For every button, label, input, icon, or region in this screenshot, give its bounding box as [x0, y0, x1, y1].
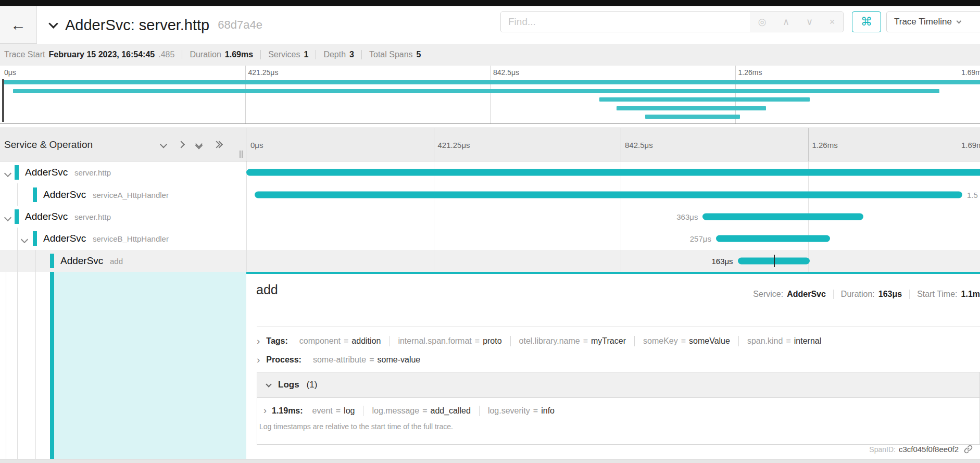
kv-separator	[389, 336, 390, 346]
locate-icon[interactable]: ◎	[758, 16, 767, 28]
minimap-gridline	[490, 66, 491, 123]
back-arrow-icon: ←	[10, 17, 26, 33]
trace-meta-item: Trace StartFebruary 15 2023, 16:54:45.48…	[4, 50, 174, 59]
kv-value: someValue	[689, 336, 730, 345]
span-row[interactable]: AdderSvcserviceB_HttpHandler257μs	[0, 228, 980, 249]
timeline-tick-line	[434, 128, 434, 161]
service-operation-label: Service & Operation	[4, 139, 93, 151]
key-value-pair: log.message=add_called	[372, 406, 470, 416]
detail-meta-item: Duration:163μs	[841, 290, 902, 299]
tags-title: Tags:	[266, 336, 287, 346]
back-button[interactable]: ←	[0, 6, 37, 44]
span-duration-bar[interactable]	[702, 213, 863, 220]
operation-name: server.http	[74, 212, 111, 221]
logs-note: Log timestamps are relative to the start…	[257, 416, 979, 431]
deep-link-icon[interactable]	[964, 445, 973, 454]
operation-name: server.http	[74, 168, 111, 177]
log-entry-row[interactable]: › 1.19ms: event=loglog.message=add_calle…	[257, 398, 979, 416]
detail-meta-item: Start Time:1.1m	[917, 290, 980, 299]
tags-accordion[interactable]: › Tags: component=additioninternal.span.…	[257, 335, 980, 347]
kv-separator	[479, 406, 480, 416]
indent-guide	[17, 250, 18, 272]
clear-search-icon[interactable]: ×	[830, 17, 835, 28]
kv-key: log.message	[372, 406, 419, 415]
collapse-children-chevron-icon[interactable]	[5, 169, 10, 178]
kv-separator	[510, 336, 511, 346]
trace-meta-item: Depth3	[323, 50, 354, 59]
collapse-trace-chevron-icon[interactable]	[48, 19, 58, 28]
span-duration-bar[interactable]	[716, 235, 830, 242]
kv-key: event	[312, 406, 333, 415]
logs-accordion-header[interactable]: Logs (1)	[257, 372, 979, 398]
meta-label: Duration:	[841, 290, 875, 299]
keyboard-shortcuts-button[interactable]: ⌘	[852, 11, 881, 32]
key-value-pair: event=log	[312, 406, 355, 416]
span-rows-region: AdderSvcserver.httpAdderSvcserviceA_Http…	[0, 161, 980, 272]
span-row[interactable]: AdderSvcserver.http363μs	[0, 206, 980, 228]
minimap-span-bar	[599, 97, 810, 102]
kv-value: proto	[483, 336, 501, 345]
indent-guide	[6, 272, 6, 459]
meta-label: Trace Start	[4, 50, 45, 59]
trace-title: AdderSvc: server.http	[65, 17, 209, 34]
collapse-children-chevron-icon[interactable]	[22, 235, 27, 244]
view-selector-label: Trace Timeline	[894, 17, 952, 27]
service-name[interactable]: AdderSvc	[43, 189, 86, 201]
minimap-gridline	[245, 66, 246, 123]
detail-meta-row: Service:AdderSvcDuration:163μsStart Time…	[753, 290, 980, 299]
horizontal-scrollbar-track[interactable]	[0, 459, 980, 463]
minimap-tick-label: 1.69ms	[961, 68, 980, 77]
kv-value: addition	[351, 336, 381, 345]
view-selector-button[interactable]: Trace Timeline	[886, 11, 980, 32]
span-id-label: SpanID:	[869, 445, 896, 454]
service-name[interactable]: AdderSvc	[60, 255, 103, 267]
kv-equals: =	[344, 336, 348, 345]
trace-meta-item: Services1	[268, 50, 308, 59]
span-row[interactable]: AdderSvcserviceA_HttpHandler1.5	[0, 183, 980, 205]
timeline-tick-line	[808, 128, 809, 161]
span-id-value: c3cf045f0f8ee0f2	[899, 445, 959, 454]
timeline-tick-label: 1.69ms	[961, 140, 980, 149]
kv-equals: =	[422, 406, 427, 415]
process-accordion[interactable]: › Process: some-attribute=some-value	[257, 354, 980, 366]
minimap-viewport-handle[interactable]	[2, 79, 4, 122]
key-value-pair: someKey=someValue	[643, 336, 730, 346]
expand-one-icon[interactable]	[179, 142, 184, 147]
key-value-pair: internal.span.format=proto	[398, 336, 501, 346]
span-row[interactable]: AdderSvcadd163μs	[0, 250, 980, 272]
meta-label: Total Spans	[369, 50, 413, 59]
log-event-marker[interactable]	[774, 255, 775, 267]
key-value-pair: some-attribute=some-value	[313, 355, 420, 365]
prev-result-icon[interactable]: ∧	[783, 16, 789, 28]
timeline-grid-header: Service & Operation 0μs421.25μs842.5μs1.…	[0, 128, 980, 161]
timeline-gridline	[621, 161, 621, 272]
next-result-icon[interactable]: ∨	[806, 16, 813, 28]
operation-name: serviceA_HttpHandler	[93, 190, 169, 199]
service-name[interactable]: AdderSvc	[25, 167, 68, 178]
span-duration-bar[interactable]	[246, 169, 980, 176]
trace-title-row: AdderSvc: server.http 68d7a4e	[50, 6, 262, 44]
span-duration-bar[interactable]	[255, 191, 962, 198]
span-row[interactable]: AdderSvcserver.http	[0, 161, 980, 183]
indent-guide	[17, 272, 18, 459]
column-resizer-handle[interactable]	[240, 151, 245, 158]
column-divider	[246, 161, 247, 272]
service-name[interactable]: AdderSvc	[25, 211, 68, 222]
collapse-one-icon[interactable]	[161, 142, 166, 147]
service-color-accent	[15, 165, 19, 180]
chevron-right-icon: ›	[263, 405, 267, 416]
span-detail-panel: add Service:AdderSvcDuration:163μsStart …	[246, 272, 980, 459]
kv-value: some-value	[378, 355, 421, 364]
meta-separator	[361, 50, 362, 59]
meta-separator	[833, 290, 834, 299]
service-name[interactable]: AdderSvc	[43, 233, 86, 244]
process-title: Process:	[266, 355, 301, 365]
collapse-all-icon[interactable]	[196, 141, 202, 148]
find-input[interactable]	[501, 12, 750, 32]
key-value-pair: component=addition	[299, 336, 381, 346]
collapse-children-chevron-icon[interactable]	[5, 213, 10, 222]
find-group: ◎ ∧ ∨ ×	[500, 11, 844, 32]
trace-minimap[interactable]: 0μs421.25μs842.5μs1.26ms1.69ms	[0, 66, 980, 124]
trace-id: 68d7a4e	[218, 18, 262, 32]
expand-all-icon[interactable]	[214, 142, 222, 147]
